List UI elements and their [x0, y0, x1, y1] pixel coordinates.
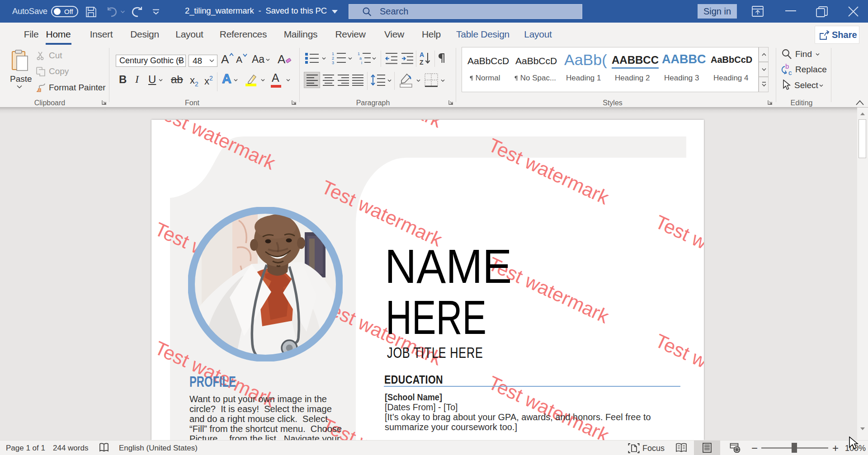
svg-text:2: 2 — [332, 56, 334, 61]
svg-text:1: 1 — [358, 52, 360, 56]
svg-text:Z: Z — [420, 59, 424, 66]
svg-text:i: i — [361, 61, 362, 65]
svg-text:1: 1 — [332, 52, 334, 56]
svg-text:A: A — [420, 51, 424, 58]
svg-text:a: a — [359, 56, 362, 61]
svg-text:c: c — [788, 69, 792, 76]
svg-text:3: 3 — [332, 61, 334, 65]
